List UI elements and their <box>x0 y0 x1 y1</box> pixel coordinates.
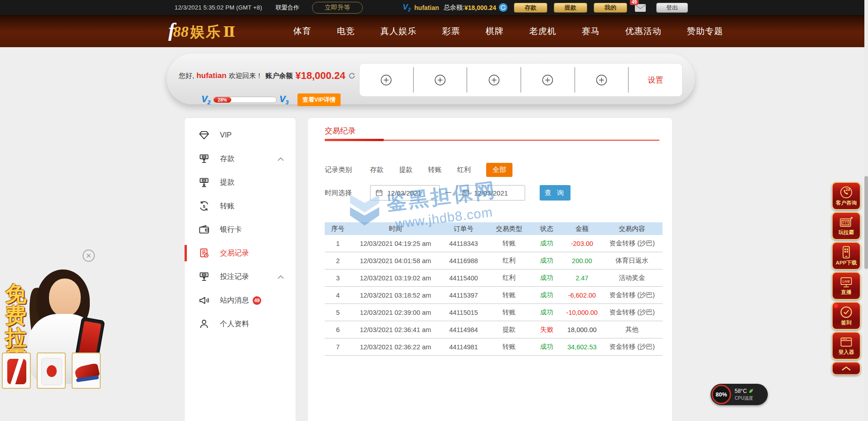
nav-item-sponsorship[interactable]: 赞助专题 <box>687 25 723 37</box>
screen: 12/3/2021 5:35:02 PM (GMT +8) 联盟合作 立即升等 … <box>0 0 868 421</box>
nav-menu: 体育 电竞 真人娱乐 彩票 棋牌 老虎机 赛马 优惠活动 赞助专题 <box>293 25 723 37</box>
site-logo[interactable]: f88娱乐Ⅱ <box>168 20 235 42</box>
message-count-badge: 49 <box>630 0 639 5</box>
quick-add-button-5[interactable] <box>575 67 629 93</box>
calendar-icon <box>375 189 383 197</box>
withdraw-machine-icon <box>198 176 210 188</box>
quick-add-button-2[interactable] <box>414 67 468 93</box>
sidebar-item-withdraw[interactable]: 提款 <box>185 171 296 194</box>
sidebar-item-profile[interactable]: 个人资料 <box>185 312 296 336</box>
withdraw-button[interactable]: 提款 <box>554 3 587 13</box>
transaction-panel: 交易纪录 记录类别 存款 提款 转账 红利 全部 时间选择 12/03/2021… <box>307 117 673 421</box>
nav-item-promotions[interactable]: 优惠活动 <box>625 25 662 37</box>
account-balance: ¥18,000.24 <box>295 70 345 82</box>
table-header: 序号时间订单号交易类型状态金额交易内容 <box>325 222 663 235</box>
settings-button[interactable]: 设置 <box>629 67 682 93</box>
smartphone-icon <box>840 245 853 259</box>
nav-item-board-games[interactable]: 棋牌 <box>486 25 504 37</box>
sidebar-item-deposit[interactable]: 存款 <box>185 147 296 171</box>
scrollbar-thumb[interactable] <box>864 176 868 269</box>
scrollbar-track[interactable] <box>864 0 868 421</box>
browser-window-icon <box>839 336 853 348</box>
table-row: 712/03/2021 02:36:22 am44114981转账成功34,60… <box>325 338 663 356</box>
nav-item-esports[interactable]: 电竞 <box>337 25 355 37</box>
my-account-button[interactable]: 我的 <box>594 3 627 13</box>
filter-transfer[interactable]: 转账 <box>428 166 442 174</box>
nav-item-sports[interactable]: 体育 <box>293 25 312 37</box>
floating-dock: 24 客户咨询 777 玩拉霸 APP下载 <box>832 182 861 375</box>
leaf-icon <box>748 388 754 394</box>
topbar-balance-label: 总余额: <box>444 4 464 12</box>
dock-check-in-button[interactable]: 签到 <box>832 302 861 330</box>
sidebar-item-transaction-records[interactable]: 交易记录 <box>185 241 296 265</box>
sidebar-item-messages[interactable]: 站内消息 49 <box>185 289 296 312</box>
nav-item-slots[interactable]: 老虎机 <box>529 25 556 37</box>
transactions-table: 序号时间订单号交易类型状态金额交易内容 112/03/2021 04:19:25… <box>325 222 663 356</box>
sidebar-item-betting-records[interactable]: 投注记录 <box>185 265 296 289</box>
filter-label: 记录类别 <box>325 166 352 174</box>
vip-next-icon: V3 <box>279 94 288 106</box>
refresh-balance-icon[interactable] <box>499 3 507 12</box>
nav-item-lottery[interactable]: 彩票 <box>442 25 460 37</box>
messages-icon[interactable]: 49 <box>634 3 646 12</box>
sidebar-item-bank-card[interactable]: 银行卡 <box>185 218 296 241</box>
dock-app-download-button[interactable]: APP下载 <box>832 242 861 270</box>
notification-dot <box>834 304 838 308</box>
dock-customer-service-button[interactable]: 24 客户咨询 <box>832 182 861 210</box>
sidebar: VIP 存款 提款 $ 转账 银行卡 <box>184 117 296 421</box>
quick-add-button-3[interactable] <box>467 67 521 93</box>
promo-close-button[interactable]: ✕ <box>83 250 95 262</box>
clock: 12/3/2021 5:35:02 PM (GMT +8) <box>175 4 262 11</box>
filter-deposit[interactable]: 存款 <box>370 166 384 174</box>
table-row: 212/03/2021 04:01:58 am44116988红利成功200.0… <box>325 252 663 269</box>
cpu-usage-ring: 80% <box>712 385 731 404</box>
vip-progress-fill: 28% <box>214 97 231 103</box>
cpu-temp-value: 58°C <box>735 388 747 394</box>
nav-item-live-casino[interactable]: 真人娱乐 <box>380 25 417 37</box>
account-balance-label: 账户余额 <box>265 72 293 80</box>
product-thumbnail[interactable] <box>2 352 31 389</box>
query-button[interactable]: 查 询 <box>540 185 571 201</box>
dock-live-stream-button[interactable]: LIVE 直播 <box>832 272 861 300</box>
quick-add-button-1[interactable] <box>360 67 414 93</box>
vip-level-icon: V2 <box>403 3 410 12</box>
product-thumbnail[interactable] <box>37 352 66 389</box>
filter-withdraw[interactable]: 提款 <box>399 166 413 174</box>
deposit-button[interactable]: 存款 <box>514 3 547 13</box>
sidebar-item-transfer[interactable]: $ 转账 <box>185 194 296 218</box>
filter-all[interactable]: 全部 <box>486 163 512 177</box>
filter-bonus[interactable]: 红利 <box>457 166 471 174</box>
sidebar-item-vip[interactable]: VIP <box>185 123 296 147</box>
logout-button[interactable]: 登出 <box>656 3 688 13</box>
tab-transaction-records[interactable]: 交易纪录 <box>325 126 356 136</box>
svg-text:24: 24 <box>846 187 850 192</box>
megaphone-icon <box>198 294 210 306</box>
product-thumbnail[interactable] <box>72 352 101 389</box>
person-icon <box>198 318 210 330</box>
topbar: 12/3/2021 5:35:02 PM (GMT +8) 联盟合作 立即升等 … <box>0 0 868 15</box>
chevron-up-icon <box>278 157 284 161</box>
diamond-icon <box>198 129 210 141</box>
dock-collapse-button[interactable] <box>832 362 861 375</box>
table-row: 312/03/2021 03:19:02 am44115400红利成功2.47活… <box>325 269 663 287</box>
date-range-row: 时间选择 12/03/2021 一 12/03/2021 查 询 <box>325 185 571 201</box>
live-monitor-icon: LIVE <box>839 276 853 289</box>
vip-details-button[interactable]: 查看VIP详情 <box>297 93 341 106</box>
chevron-up-icon <box>278 275 284 279</box>
support-24h-icon: 24 <box>839 186 853 199</box>
svg-text:$: $ <box>203 204 205 209</box>
quick-add-button-4[interactable] <box>521 67 575 93</box>
record-type-filters: 记录类别 存款 提款 转账 红利 全部 <box>325 163 512 177</box>
betting-record-icon <box>198 271 210 283</box>
vip-current-icon: V2 <box>201 94 210 106</box>
date-to-input[interactable]: 12/03/2021 <box>457 185 525 201</box>
date-from-input[interactable]: 12/03/2021 <box>370 185 440 201</box>
upgrade-button[interactable]: 立即升等 <box>312 2 363 14</box>
dock-slots-button[interactable]: 777 玩拉霸 <box>832 212 861 240</box>
refresh-account-icon[interactable] <box>348 72 356 79</box>
nav-item-horse-racing[interactable]: 赛马 <box>582 25 600 37</box>
promo-banner[interactable]: 免费 拉霸 <box>0 264 114 421</box>
topbar-balance: ¥18,000.24 <box>464 4 496 11</box>
dock-launcher-button[interactable]: 登入器 <box>832 332 861 360</box>
alliance-link[interactable]: 联盟合作 <box>276 4 299 12</box>
